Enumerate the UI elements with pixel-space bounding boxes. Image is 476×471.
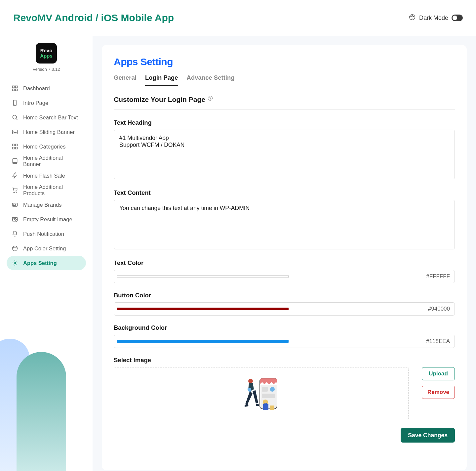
sidebar-item-label: Empty Result Image: [23, 216, 72, 223]
label-text-heading: Text Heading: [114, 119, 455, 126]
input-text-content[interactable]: [114, 200, 455, 249]
sidebar-item-manage-brands[interactable]: Manage Brands: [7, 197, 86, 212]
sidebar-item-label: Manage Brands: [23, 202, 62, 208]
tablet-icon: [11, 157, 19, 165]
decoration-blob: [17, 352, 66, 471]
color-swatch: [117, 308, 289, 310]
tab-advance-setting[interactable]: Advance Setting: [187, 74, 235, 86]
svg-point-26: [14, 247, 14, 248]
color-swatch: [117, 340, 289, 343]
login-image-preview: [238, 374, 284, 413]
svg-point-36: [248, 379, 253, 383]
tab-login-page[interactable]: Login Page: [145, 74, 178, 86]
sidebar-item-apps-setting[interactable]: Apps Setting: [7, 256, 86, 270]
svg-rect-7: [16, 89, 18, 91]
settings-card: Apps Setting General Login Page Advance …: [102, 45, 467, 470]
svg-rect-12: [13, 130, 18, 134]
dark-mode-control: Dark Mode: [409, 14, 463, 22]
sidebar-item-label: Home Categories: [23, 144, 65, 150]
grid-icon: [11, 143, 19, 150]
image-buttons: Upload Remove: [422, 367, 455, 399]
sidebar-item-empty-result-image[interactable]: Empty Result Image: [7, 212, 86, 227]
dark-mode-label: Dark Mode: [419, 15, 448, 21]
label-icon: [11, 201, 19, 208]
image-icon: [11, 128, 19, 136]
logo-line1: Revo: [40, 48, 53, 54]
sidebar-item-flash-sale[interactable]: Home Flash Sale: [7, 168, 86, 183]
sidebar-item-label: Home Additional Products: [23, 184, 81, 196]
sidebar-item-app-color-setting[interactable]: App Color Setting: [7, 241, 86, 256]
label-background-color: Background Color: [114, 324, 455, 331]
svg-rect-5: [16, 86, 18, 88]
input-background-color[interactable]: #118EEA: [114, 335, 455, 348]
label-text-content: Text Content: [114, 189, 455, 196]
sidebar: Revo Apps Version 7.3.12 Dashboard Intro…: [0, 36, 93, 471]
svg-rect-14: [16, 144, 18, 146]
help-icon[interactable]: ?: [208, 96, 213, 101]
label-button-color: Button Color: [114, 292, 455, 299]
sidebar-item-additional-banner[interactable]: Home Additional Banner: [7, 154, 86, 168]
sidebar-item-label: Home Additional Banner: [23, 155, 81, 167]
bell-icon: [11, 230, 19, 237]
section-header: Customize Your Login Page ?: [114, 96, 455, 110]
svg-point-27: [15, 247, 15, 247]
dashboard-icon: [11, 85, 19, 92]
svg-rect-34: [262, 394, 275, 398]
save-changes-button[interactable]: Save Changes: [401, 428, 455, 443]
sidebar-item-additional-products[interactable]: Home Additional Products: [7, 183, 86, 197]
cart-icon: [11, 187, 19, 194]
gear-icon: [11, 259, 19, 267]
svg-rect-22: [13, 204, 16, 206]
sidebar-item-label: Push Notification: [23, 231, 64, 237]
remove-button[interactable]: Remove: [422, 386, 455, 399]
search-icon: [11, 114, 19, 121]
dark-mode-toggle[interactable]: [452, 15, 463, 21]
sidebar-nav: Dashboard Intro Page Home Search Bar Tex…: [7, 81, 86, 270]
svg-point-10: [13, 115, 17, 119]
sidebar-item-label: Home Sliding Banner: [23, 129, 75, 135]
svg-rect-38: [270, 406, 274, 410]
svg-rect-6: [13, 89, 15, 91]
save-row: Save Changes: [114, 428, 455, 443]
phone-icon: [11, 99, 19, 107]
svg-rect-13: [13, 144, 15, 146]
svg-rect-17: [13, 159, 17, 164]
upload-button[interactable]: Upload: [422, 367, 455, 380]
input-text-heading[interactable]: [114, 130, 455, 179]
svg-point-19: [14, 192, 15, 193]
input-text-color[interactable]: #FFFFFF: [114, 270, 455, 283]
color-hex: #940000: [428, 306, 455, 312]
sidebar-item-home-categories[interactable]: Home Categories: [7, 139, 86, 154]
main-area: Apps Setting General Login Page Advance …: [93, 36, 476, 471]
sidebar-item-intro-page[interactable]: Intro Page: [7, 96, 86, 110]
color-swatch: [117, 275, 289, 278]
sidebar-item-label: Home Flash Sale: [23, 173, 65, 179]
section-title: Customize Your Login Page: [114, 96, 205, 104]
label-text-color: Text Color: [114, 259, 455, 267]
tab-general[interactable]: General: [114, 74, 137, 86]
sidebar-item-label: Apps Setting: [23, 260, 57, 266]
svg-rect-15: [13, 147, 15, 149]
sidebar-item-dashboard[interactable]: Dashboard: [7, 81, 86, 96]
svg-point-1: [411, 16, 411, 17]
sidebar-item-label: App Color Setting: [23, 245, 66, 252]
input-button-color[interactable]: #940000: [114, 302, 455, 316]
select-image-row: Upload Remove: [114, 367, 455, 420]
logo: Revo Apps: [36, 43, 57, 64]
sidebar-item-push-notification[interactable]: Push Notification: [7, 227, 86, 241]
svg-point-2: [412, 15, 413, 16]
image-dropzone[interactable]: [114, 367, 409, 420]
svg-point-33: [270, 387, 275, 392]
svg-point-28: [16, 247, 16, 248]
top-bar: RevoMV Android / iOS Mobile App Dark Mod…: [0, 0, 476, 36]
svg-point-3: [413, 16, 414, 17]
sidebar-item-sliding-banner[interactable]: Home Sliding Banner: [7, 125, 86, 139]
sidebar-item-label: Home Search Bar Text: [23, 114, 78, 121]
svg-point-29: [14, 262, 16, 264]
svg-rect-32: [262, 387, 268, 392]
svg-rect-37: [263, 404, 268, 410]
sidebar-item-search-bar-text[interactable]: Home Search Bar Text: [7, 110, 86, 125]
logo-block: Revo Apps Version 7.3.12: [7, 43, 86, 72]
palette-icon: [409, 14, 416, 22]
label-select-image: Select Image: [114, 357, 455, 364]
